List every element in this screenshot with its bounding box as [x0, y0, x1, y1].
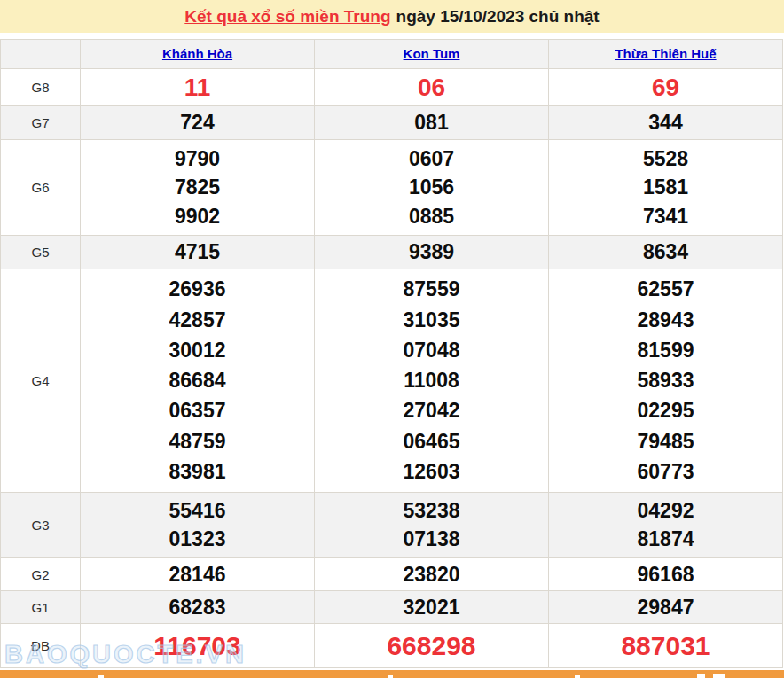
result-number: 48759 [169, 432, 226, 452]
result-cell: 68283 [81, 591, 315, 624]
result-cell: 28146 [81, 558, 315, 591]
result-number: 83981 [169, 462, 226, 482]
result-cell: 979078259902 [81, 140, 315, 236]
result-number: 30012 [169, 340, 226, 361]
result-number: 28943 [638, 310, 694, 331]
result-number: 06465 [404, 432, 460, 452]
prize-row-G8: G8110669 [1, 69, 783, 106]
result-number: 86684 [169, 370, 226, 391]
result-number: 11008 [404, 370, 459, 391]
result-number: 87559 [404, 279, 460, 300]
result-cell: 0429281874 [549, 493, 783, 558]
result-number: 60773 [638, 462, 694, 482]
result-cell: 69 [549, 69, 783, 106]
result-number: 9902 [175, 207, 220, 227]
result-number: 0607 [409, 149, 454, 169]
result-cell: 8634 [549, 236, 783, 269]
row-label: G2 [1, 558, 81, 591]
result-cell: 29847 [549, 591, 783, 624]
results-table-wrap: Khánh HòaKon TumThừa Thiên Huế G8110669G… [0, 39, 784, 668]
prize-row-G3: G3554160132353238071380429281874 [1, 493, 783, 558]
prize-row-G6: G6979078259902060710560885552815817341 [1, 140, 783, 236]
result-number: 9790 [175, 149, 220, 169]
result-cell: 887031 [549, 624, 783, 668]
result-number: 58933 [638, 370, 694, 391]
title-date-text: ngày 15/10/2023 chủ nhật [396, 7, 600, 27]
result-cell: 552815817341 [549, 140, 783, 236]
result-number: 724 [180, 113, 214, 133]
prize-row-G5: G5471593898634 [1, 236, 783, 269]
province-link[interactable]: Kon Tum [404, 46, 460, 61]
result-number: 1581 [643, 177, 688, 198]
row-label: G5 [1, 236, 81, 269]
cutoff-text-mark [713, 674, 725, 678]
result-cell: 4715 [81, 236, 315, 269]
result-cell: 23820 [315, 558, 549, 591]
row-label: G7 [1, 106, 81, 140]
result-cell: 11 [81, 69, 315, 106]
result-number: 06 [418, 75, 445, 100]
result-number: 9389 [409, 242, 454, 262]
province-link[interactable]: Khánh Hòa [162, 46, 232, 61]
result-number: 81599 [638, 340, 694, 361]
result-cell: 96168 [549, 558, 783, 591]
result-number: 116703 [153, 633, 240, 659]
result-number: 0885 [409, 207, 454, 227]
row-label: G3 [1, 493, 81, 558]
result-cell: 9389 [315, 236, 549, 269]
result-number: 31035 [404, 310, 460, 331]
column-header-1: Khánh Hòa [81, 40, 315, 69]
header-row: Khánh HòaKon TumThừa Thiên Huế [1, 40, 783, 69]
result-cell: 081 [315, 106, 549, 140]
prize-row-ĐB: ĐB116703668298887031 [1, 624, 783, 668]
result-cell: 06 [315, 69, 549, 106]
result-cell: 668298 [315, 624, 549, 668]
cutoff-text-mark [697, 674, 705, 678]
column-header-3: Thừa Thiên Huế [549, 40, 783, 69]
result-number: 69 [652, 75, 679, 100]
result-number: 11 [184, 75, 211, 100]
result-number: 04292 [638, 501, 694, 521]
result-number: 07138 [404, 529, 460, 549]
header-spacer-cell [1, 40, 81, 69]
result-cell: 5323807138 [315, 493, 549, 558]
result-number: 68283 [169, 597, 226, 618]
result-cell: 724 [81, 106, 315, 140]
row-label: G8 [1, 69, 81, 106]
result-cell: 344 [549, 106, 783, 140]
prize-row-G4: G426936428573001286684063574875983981875… [1, 269, 783, 493]
result-number: 23820 [404, 565, 460, 585]
province-link[interactable]: Thừa Thiên Huế [615, 46, 716, 61]
row-label: ĐB [1, 624, 81, 668]
result-number: 06357 [169, 401, 226, 421]
results-table-body: G8110669G7724081344G69790782599020607105… [1, 69, 783, 668]
result-cell: 87559310350704811008270420646512603 [315, 269, 549, 493]
result-number: 26936 [169, 279, 226, 300]
row-label: G6 [1, 140, 81, 236]
result-number: 081 [414, 113, 448, 133]
result-number: 81874 [638, 529, 694, 549]
result-number: 32021 [404, 597, 460, 618]
next-section-cutoff-bar [0, 670, 784, 678]
result-number: 53238 [404, 501, 460, 521]
result-number: 96168 [638, 565, 694, 585]
result-cell: 32021 [315, 591, 549, 624]
title-link[interactable]: Kết quả xổ số miền Trung [184, 7, 390, 27]
title-bar: Kết quả xổ số miền Trung ngày 15/10/2023… [0, 0, 784, 33]
result-number: 55416 [169, 501, 226, 521]
result-number: 7341 [643, 207, 688, 227]
result-number: 42857 [169, 310, 226, 331]
result-number: 7825 [175, 177, 220, 198]
row-label: G1 [1, 591, 81, 624]
result-number: 5528 [643, 149, 688, 169]
result-number: 344 [648, 113, 682, 133]
lottery-results-table: Khánh HòaKon TumThừa Thiên Huế G8110669G… [0, 39, 783, 668]
prize-row-G2: G2281462382096168 [1, 558, 783, 591]
result-number: 29847 [638, 597, 694, 618]
result-number: 8634 [643, 242, 688, 262]
result-number: 668298 [387, 633, 475, 659]
result-number: 12603 [404, 462, 460, 482]
row-label: G4 [1, 269, 81, 493]
result-number: 07048 [404, 340, 460, 361]
result-cell: 26936428573001286684063574875983981 [81, 269, 315, 493]
